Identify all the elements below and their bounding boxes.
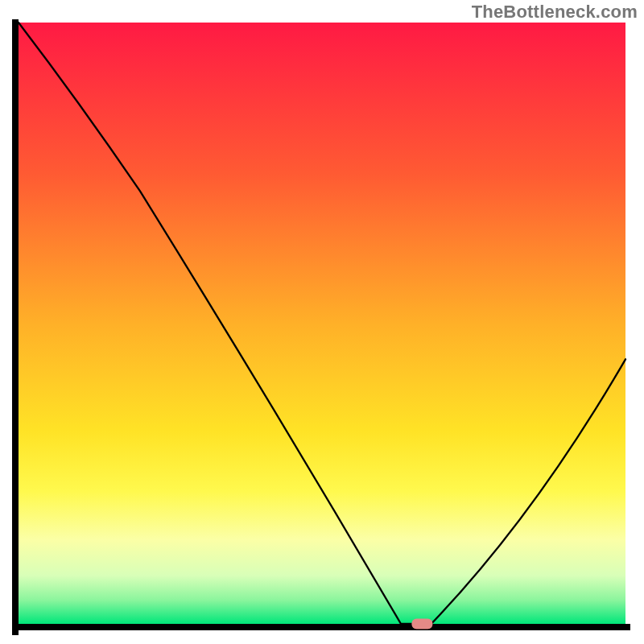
- watermark-text: TheBottleneck.com: [472, 2, 638, 23]
- svg-rect-1: [12, 624, 630, 630]
- svg-rect-0: [12, 19, 19, 635]
- bottleneck-chart: [0, 0, 644, 644]
- chart-container: TheBottleneck.com: [0, 0, 644, 644]
- plot-background: [19, 23, 625, 624]
- optimum-marker: [411, 619, 432, 630]
